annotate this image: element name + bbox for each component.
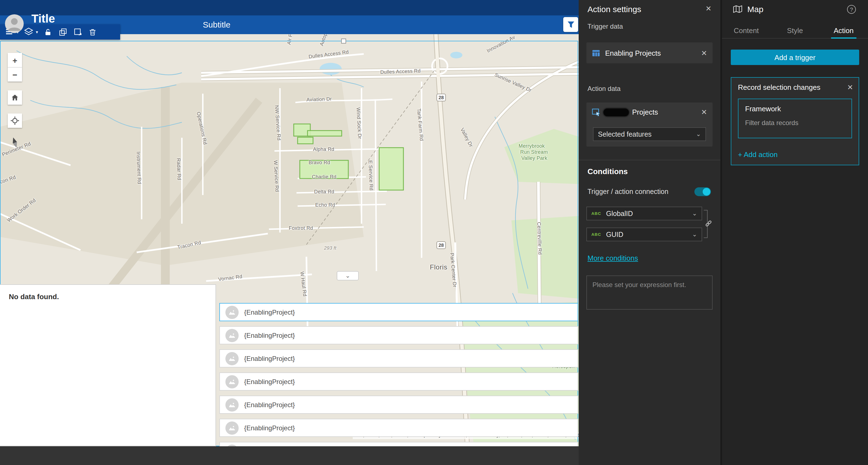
string-field-icon: ABC [591, 232, 601, 237]
list-item[interactable]: {EnablingProject} [219, 326, 578, 344]
action-data-label: Action data [588, 85, 621, 93]
tab-content[interactable]: Content [722, 23, 771, 38]
avatar[interactable] [5, 14, 24, 33]
panel-title: Action settings [588, 4, 641, 14]
conditions-heading: Conditions [588, 167, 628, 176]
remove-trigger-icon[interactable]: ✕ [847, 84, 853, 91]
locate-button[interactable] [8, 114, 22, 128]
person-icon [5, 14, 24, 33]
data-table-icon [592, 49, 600, 57]
chevron-down-icon: ⌄ [692, 231, 697, 238]
locate-icon [10, 116, 19, 125]
page-title: Title [31, 12, 55, 25]
action-field-dropdown[interactable]: ABC GUID ⌄ [586, 227, 702, 241]
action-description: Filter data records [745, 119, 845, 127]
tab-style[interactable]: Style [771, 23, 819, 38]
copy-edit-icon[interactable] [73, 27, 83, 37]
image-placeholder-icon [225, 375, 239, 388]
panel-header: Map [733, 4, 763, 14]
trigger-data-card[interactable]: Enabling Projects ✕ [586, 42, 713, 63]
experience-builder-app: Title Subtitle ▾ ▾ [0, 0, 868, 465]
image-placeholder-icon [225, 352, 239, 365]
action-item[interactable]: Framework Filter data records [738, 99, 852, 138]
link-fields-icon[interactable] [705, 219, 712, 229]
action-data-name: Projects [632, 108, 698, 116]
zoom-in-button[interactable]: + [8, 53, 22, 67]
list-item-label: {EnablingProject} [244, 424, 295, 432]
layers-icon[interactable] [24, 27, 34, 37]
list-item-label: {EnablingProject} [244, 331, 295, 339]
list-item[interactable]: {EnablingProject} [219, 372, 578, 391]
connection-label: Trigger / action connection [588, 188, 669, 195]
action-data-card[interactable]: Projects ✕ Selected features ⌄ [586, 102, 713, 147]
help-icon[interactable]: ? [847, 5, 856, 14]
list-widget: {EnablingProject}{EnablingProject}{Enabl… [219, 303, 578, 465]
canvas-bottom-gutter [0, 446, 579, 465]
duplicate-icon[interactable] [58, 27, 68, 37]
image-placeholder-icon [225, 421, 239, 434]
list-item-label: {EnablingProject} [244, 354, 295, 362]
list-item-label: {EnablingProject} [244, 308, 295, 316]
layers-dropdown-caret-icon[interactable]: ▾ [36, 29, 38, 34]
expression-box[interactable]: Please set your expression first. [586, 276, 713, 310]
widget-resize-handle[interactable] [341, 38, 346, 43]
map-icon [733, 5, 742, 13]
select-features-icon [592, 108, 600, 116]
action-data-dropdown[interactable]: Selected features ⌄ [593, 127, 706, 141]
action-field-value: GUID [606, 230, 624, 238]
string-field-icon: ABC [591, 211, 601, 216]
list-item[interactable]: {EnablingProject} [219, 396, 578, 414]
connection-toggle[interactable] [694, 187, 711, 196]
zoom-out-button[interactable]: − [8, 67, 22, 82]
list-item-label: {EnablingProject} [244, 378, 295, 385]
settings-tabs: ContentStyleAction [722, 23, 868, 38]
trigger-field-value: GlobalID [606, 210, 633, 217]
more-conditions-link[interactable]: More conditions [588, 254, 638, 262]
image-placeholder-icon [225, 329, 239, 342]
home-button[interactable] [8, 90, 22, 105]
redacted-name [603, 108, 629, 116]
home-icon [11, 94, 19, 101]
action-settings-panel: Action settings ✕ Trigger data Enabling … [579, 0, 721, 465]
page-canvas: Title Subtitle ▾ ▾ [0, 0, 579, 465]
divider [579, 160, 720, 160]
trash-icon[interactable] [88, 27, 97, 37]
page-subtitle: Subtitle [203, 20, 230, 29]
trigger-card[interactable]: Record selection changes ✕ Framework Fil… [731, 77, 859, 165]
trigger-data-label: Trigger data [588, 23, 623, 30]
add-trigger-button[interactable]: Add a trigger [731, 50, 859, 65]
no-data-message: No data found. [9, 292, 59, 301]
widget-title: Map [747, 4, 763, 14]
tab-action[interactable]: Action [819, 23, 868, 38]
filter-funnel-icon [567, 21, 575, 28]
dropdown-value: Selected features [598, 130, 652, 138]
list-item[interactable]: {EnablingProject} [219, 349, 578, 368]
expression-placeholder: Please set your expression first. [592, 281, 686, 289]
page-header-top [0, 0, 579, 16]
list-item-label: {EnablingProject} [244, 401, 295, 408]
trigger-field-dropdown[interactable]: ABC GlobalID ⌄ [586, 207, 702, 220]
filter-button[interactable] [563, 17, 578, 32]
close-icon[interactable]: ✕ [706, 5, 712, 12]
remove-trigger-data-icon[interactable]: ✕ [701, 49, 707, 57]
image-placeholder-icon [225, 398, 239, 411]
route-shield: 28 [436, 241, 446, 249]
map-settings-panel: Map ? ContentStyleAction Add a trigger R… [721, 0, 868, 465]
compass-button[interactable] [8, 135, 22, 150]
route-shield: 28 [436, 94, 446, 101]
add-action-link[interactable]: + Add action [738, 150, 778, 159]
action-target: Framework [745, 105, 845, 113]
unlock-icon[interactable] [43, 27, 53, 37]
chevron-down-icon: ⌄ [696, 131, 701, 138]
image-placeholder-icon [225, 306, 239, 319]
trigger-data-name: Enabling Projects [605, 49, 696, 57]
remove-action-data-icon[interactable]: ✕ [701, 108, 707, 116]
toggle-knob [703, 188, 710, 195]
compass-needle-icon [8, 136, 22, 149]
map-collapse-button[interactable]: ⌄ [337, 271, 359, 280]
list-item[interactable]: {EnablingProject} [219, 419, 578, 437]
trigger-card-title: Record selection changes [738, 83, 847, 91]
list-item[interactable]: {EnablingProject} [219, 303, 578, 321]
table-widget-empty: No data found. [0, 284, 216, 446]
chevron-down-icon: ⌄ [692, 210, 697, 217]
